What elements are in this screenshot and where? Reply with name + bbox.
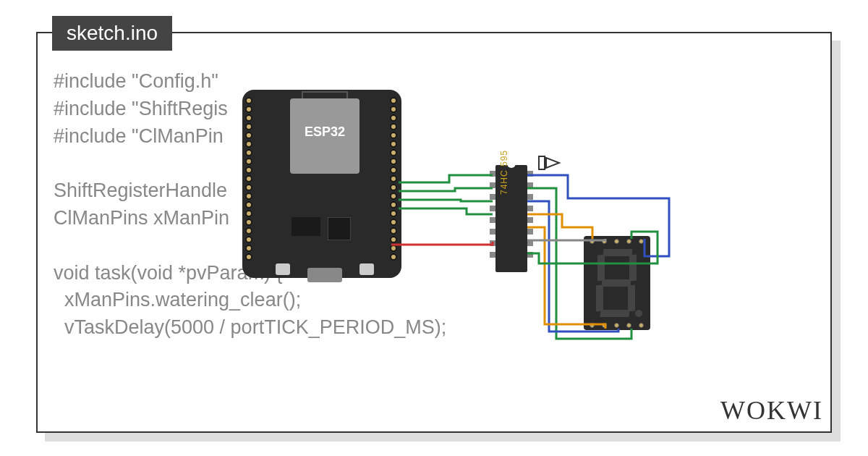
circuit-canvas[interactable]: ESP32 74HC 595 xyxy=(235,83,684,343)
file-tab[interactable]: sketch.ino xyxy=(52,16,172,51)
wire-layer xyxy=(235,83,684,343)
brand-logo: WOKWI xyxy=(720,395,823,426)
